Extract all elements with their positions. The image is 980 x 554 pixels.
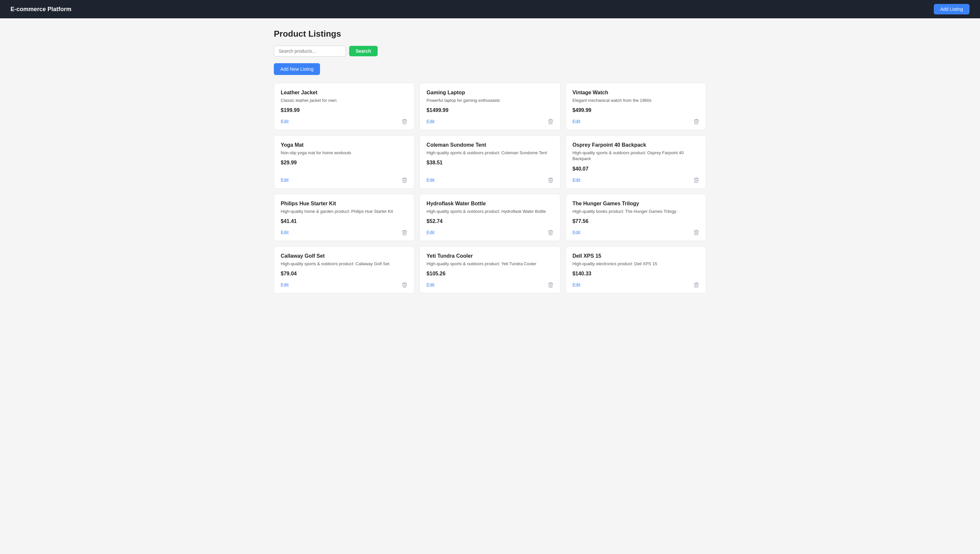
page-title: Product Listings <box>274 29 706 39</box>
product-description: High-quality sports & outdoors product: … <box>427 209 553 215</box>
product-card: Callaway Golf Set High-quality sports & … <box>274 246 414 293</box>
trash-icon <box>693 229 699 236</box>
delete-button[interactable] <box>402 282 408 288</box>
trash-icon <box>548 282 553 288</box>
product-name: Yeti Tundra Cooler <box>427 253 553 259</box>
trash-icon <box>402 119 408 124</box>
trash-icon <box>693 177 699 183</box>
product-actions: Edit <box>572 177 699 183</box>
delete-button[interactable] <box>693 282 699 288</box>
trash-icon <box>693 119 699 124</box>
product-description: High-quality books product: The Hunger G… <box>572 209 699 215</box>
product-description: High-quality sports & outdoors product: … <box>427 150 553 156</box>
trash-icon <box>402 229 408 236</box>
product-price: $38.51 <box>427 160 553 166</box>
product-card: The Hunger Games Trilogy High-quality bo… <box>566 194 706 241</box>
product-actions: Edit <box>572 119 699 124</box>
product-description: High-quality electronics product: Dell X… <box>572 261 699 267</box>
edit-button[interactable]: Edit <box>427 119 434 124</box>
delete-button[interactable] <box>548 229 553 236</box>
product-price: $29.99 <box>281 160 408 166</box>
delete-button[interactable] <box>693 177 699 183</box>
edit-button[interactable]: Edit <box>572 282 580 288</box>
add-new-listing-button[interactable]: Add New Listing <box>274 63 320 75</box>
product-actions: Edit <box>281 229 408 236</box>
search-input[interactable] <box>274 46 346 57</box>
delete-button[interactable] <box>548 177 553 183</box>
delete-button[interactable] <box>402 229 408 236</box>
delete-button[interactable] <box>693 119 699 124</box>
product-name: Coleman Sundome Tent <box>427 142 553 148</box>
product-name: Dell XPS 15 <box>572 253 699 259</box>
edit-button[interactable]: Edit <box>572 119 580 124</box>
product-price: $52.74 <box>427 218 553 224</box>
product-description: High-quality sports & outdoors product: … <box>281 261 408 267</box>
product-price: $199.99 <box>281 107 408 113</box>
trash-icon <box>548 177 553 183</box>
trash-icon <box>402 282 408 288</box>
edit-button[interactable]: Edit <box>427 230 434 235</box>
product-actions: Edit <box>281 177 408 183</box>
delete-button[interactable] <box>402 177 408 183</box>
product-actions: Edit <box>427 229 553 236</box>
edit-button[interactable]: Edit <box>281 177 288 183</box>
trash-icon <box>402 177 408 183</box>
product-card: Leather Jacket Classic leather jacket fo… <box>274 83 414 130</box>
header: E-commerce Platform Add Listing <box>0 0 980 18</box>
product-name: Yoga Mat <box>281 142 408 148</box>
product-name: Philips Hue Starter Kit <box>281 201 408 207</box>
product-price: $77.56 <box>572 218 699 224</box>
product-actions: Edit <box>427 282 553 288</box>
edit-button[interactable]: Edit <box>281 282 288 288</box>
product-price: $105.26 <box>427 271 553 277</box>
product-price: $499.99 <box>572 107 699 113</box>
trash-icon <box>548 229 553 236</box>
product-name: Gaming Laptop <box>427 90 553 96</box>
product-description: Non-slip yoga mat for home workouts <box>281 150 408 156</box>
product-price: $41.41 <box>281 218 408 224</box>
product-description: High-quality sports & outdoors product: … <box>572 150 699 162</box>
search-button[interactable]: Search <box>349 46 378 56</box>
edit-button[interactable]: Edit <box>281 119 288 124</box>
product-price: $79.04 <box>281 271 408 277</box>
product-description: Classic leather jacket for men <box>281 97 408 103</box>
product-name: Callaway Golf Set <box>281 253 408 259</box>
product-description: High-quality sports & outdoors product: … <box>427 261 553 267</box>
delete-button[interactable] <box>402 119 408 124</box>
app-title: E-commerce Platform <box>11 6 72 13</box>
product-card: Vintage Watch Elegant mechanical watch f… <box>566 83 706 130</box>
product-actions: Edit <box>281 282 408 288</box>
delete-button[interactable] <box>548 119 553 124</box>
product-card: Hydroflask Water Bottle High-quality spo… <box>419 194 560 241</box>
edit-button[interactable]: Edit <box>572 177 580 183</box>
edit-button[interactable]: Edit <box>281 230 288 235</box>
product-grid: Leather Jacket Classic leather jacket fo… <box>274 83 706 293</box>
delete-button[interactable] <box>693 229 699 236</box>
product-actions: Edit <box>572 282 699 288</box>
search-row: Search <box>274 46 706 57</box>
product-card: Osprey Farpoint 40 Backpack High-quality… <box>566 135 706 188</box>
product-name: The Hunger Games Trilogy <box>572 201 699 207</box>
product-actions: Edit <box>427 177 553 183</box>
trash-icon <box>548 119 553 124</box>
product-description: Powerful laptop for gaming enthusiasts <box>427 97 553 103</box>
product-name: Osprey Farpoint 40 Backpack <box>572 142 699 148</box>
product-price: $1499.99 <box>427 107 553 113</box>
product-card: Yoga Mat Non-slip yoga mat for home work… <box>274 135 414 188</box>
edit-button[interactable]: Edit <box>572 230 580 235</box>
main-content: Product Listings Search Add New Listing … <box>261 18 719 304</box>
product-description: Elegant mechanical watch from the 1960s <box>572 97 699 103</box>
product-card: Coleman Sundome Tent High-quality sports… <box>419 135 560 188</box>
product-card: Philips Hue Starter Kit High-quality hom… <box>274 194 414 241</box>
delete-button[interactable] <box>548 282 553 288</box>
product-card: Gaming Laptop Powerful laptop for gaming… <box>419 83 560 130</box>
product-actions: Edit <box>281 119 408 124</box>
header-add-listing-button[interactable]: Add Listing <box>934 4 969 14</box>
product-name: Hydroflask Water Bottle <box>427 201 553 207</box>
product-price: $140.33 <box>572 271 699 277</box>
edit-button[interactable]: Edit <box>427 282 434 288</box>
product-card: Yeti Tundra Cooler High-quality sports &… <box>419 246 560 293</box>
edit-button[interactable]: Edit <box>427 177 434 183</box>
product-actions: Edit <box>572 229 699 236</box>
product-name: Leather Jacket <box>281 90 408 96</box>
